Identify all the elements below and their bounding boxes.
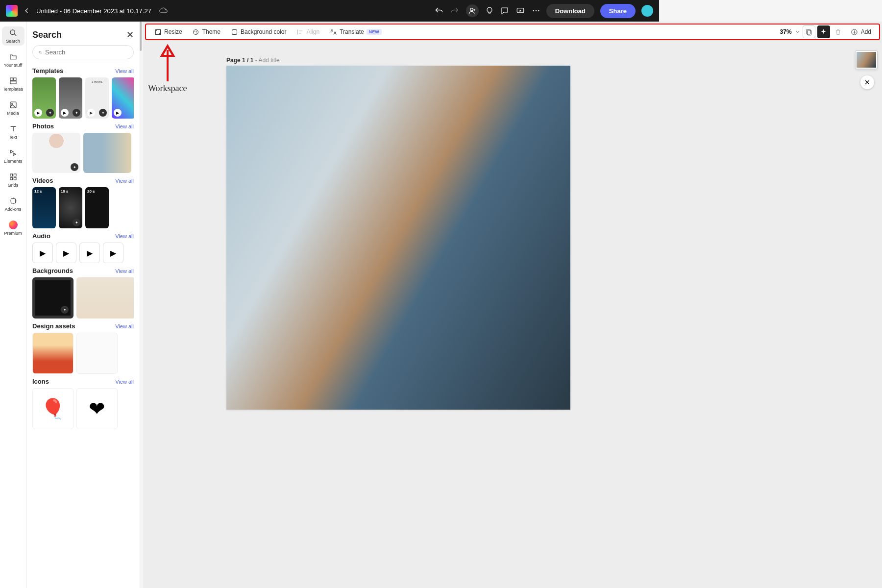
- comment-button[interactable]: [500, 6, 509, 15]
- back-button[interactable]: [24, 7, 30, 14]
- viewall-photos[interactable]: View all: [115, 123, 134, 129]
- rail-grids[interactable]: Grids: [2, 171, 24, 190]
- svg-point-0: [470, 8, 473, 11]
- icon-thumb[interactable]: 🎈: [32, 388, 74, 429]
- arrow-up-icon: [158, 43, 177, 82]
- video-thumb[interactable]: 20 s: [85, 187, 109, 228]
- hint-button[interactable]: [486, 6, 493, 15]
- audio-thumb[interactable]: ▶: [79, 243, 100, 263]
- svg-rect-6: [10, 78, 13, 80]
- left-rail: Search Your stuff Templates Media Text E…: [0, 22, 26, 439]
- play-icon: ▶: [110, 248, 116, 258]
- new-badge: NEW: [367, 29, 382, 35]
- audio-thumb[interactable]: ▶: [32, 243, 53, 263]
- viewall-icons[interactable]: View all: [115, 379, 134, 385]
- user-avatar[interactable]: [641, 5, 653, 17]
- topbar: Untitled - 06 December 2023 at 10.17.27 …: [0, 0, 659, 22]
- align-button: Align: [292, 26, 323, 38]
- play-icon: ▶: [114, 109, 122, 117]
- rail-search[interactable]: Search: [2, 26, 24, 46]
- grids-icon: [9, 172, 18, 181]
- background-thumb[interactable]: ✦: [32, 277, 74, 318]
- text-icon: [9, 124, 18, 133]
- panel-scrollbar[interactable]: [139, 22, 143, 439]
- svg-point-3: [536, 10, 537, 11]
- svg-rect-14: [14, 177, 16, 180]
- svg-point-20: [196, 30, 197, 31]
- rail-media[interactable]: Media: [2, 98, 24, 118]
- section-videos: Videos: [32, 177, 53, 184]
- document-title[interactable]: Untitled - 06 December 2023 at 10.17.27: [36, 7, 151, 15]
- viewall-videos[interactable]: View all: [115, 178, 134, 184]
- premium-badge-icon: ✦: [61, 306, 69, 314]
- rail-templates[interactable]: Templates: [2, 74, 24, 94]
- download-button[interactable]: Download: [546, 4, 594, 18]
- bgcolor-button[interactable]: Background color: [226, 26, 290, 38]
- rail-addons[interactable]: Add-ons: [2, 195, 24, 214]
- rail-your-stuff-label: Your stuff: [4, 63, 23, 68]
- rail-text[interactable]: Text: [2, 122, 24, 142]
- template-thumb[interactable]: 3 WAYS▶✦: [85, 77, 109, 119]
- canvas-area: Resize Theme Background color Align Tran…: [143, 22, 659, 439]
- audio-thumb[interactable]: ▶: [56, 243, 76, 263]
- translate-button[interactable]: Translate NEW: [325, 26, 386, 38]
- svg-point-2: [533, 10, 534, 11]
- background-thumb[interactable]: [76, 277, 134, 318]
- premium-badge-icon: ✦: [71, 163, 78, 171]
- viewall-design-assets[interactable]: View all: [115, 323, 134, 329]
- audio-thumb[interactable]: ▶: [103, 243, 123, 263]
- premium-badge-icon: ✦: [46, 109, 54, 117]
- bgcolor-icon: [230, 28, 238, 36]
- rail-media-label: Media: [7, 111, 19, 116]
- photo-thumb[interactable]: [83, 133, 131, 173]
- section-backgrounds: Backgrounds: [32, 267, 73, 274]
- premium-badge-icon: ✦: [99, 109, 107, 117]
- page-indicator[interactable]: Page 1 / 1 - Add title: [226, 57, 280, 64]
- search-icon: [39, 49, 42, 56]
- svg-rect-11: [10, 174, 13, 176]
- canvas-page[interactable]: [226, 66, 570, 410]
- translate-label: Translate: [340, 28, 364, 35]
- folder-icon: [9, 52, 18, 61]
- template-thumb[interactable]: ▶✦: [59, 77, 82, 119]
- section-icons: Icons: [32, 378, 49, 385]
- template-thumb[interactable]: ▶: [112, 77, 134, 119]
- more-button[interactable]: [532, 6, 540, 15]
- video-thumb[interactable]: 19 s✦: [59, 187, 82, 228]
- resize-button[interactable]: Resize: [150, 26, 186, 38]
- rail-your-stuff[interactable]: Your stuff: [2, 50, 24, 70]
- search-input[interactable]: [45, 49, 127, 56]
- play-icon: ▶: [87, 248, 93, 258]
- redo-button[interactable]: [450, 6, 459, 15]
- workspace-label: Workspace: [148, 83, 187, 94]
- template-thumb[interactable]: ▶✦: [32, 77, 56, 119]
- viewall-audio[interactable]: View all: [115, 233, 134, 239]
- search-icon: [9, 28, 18, 37]
- design-asset-thumb[interactable]: [32, 333, 74, 374]
- search-input-container[interactable]: [32, 45, 134, 59]
- video-thumb[interactable]: 12 s: [32, 187, 56, 228]
- play-icon: ▶: [40, 248, 46, 258]
- app-logo[interactable]: [6, 5, 18, 17]
- share-button[interactable]: Share: [600, 4, 636, 18]
- close-panel-button[interactable]: ✕: [126, 29, 134, 40]
- design-asset-thumb[interactable]: [76, 333, 118, 374]
- rail-premium-label: Premium: [4, 231, 22, 236]
- undo-button[interactable]: [435, 6, 443, 15]
- viewall-templates[interactable]: View all: [115, 68, 134, 74]
- rail-premium[interactable]: Premium: [2, 219, 24, 238]
- cloud-sync-icon: [159, 7, 168, 14]
- photo-thumb[interactable]: ✦: [32, 133, 80, 173]
- svg-rect-12: [14, 174, 16, 176]
- theme-label: Theme: [202, 28, 220, 35]
- premium-badge-icon: ✦: [73, 109, 80, 117]
- rail-grids-label: Grids: [8, 183, 19, 188]
- svg-rect-8: [10, 81, 16, 84]
- present-button[interactable]: [516, 6, 525, 15]
- icon-thumb[interactable]: ❤: [76, 388, 118, 429]
- rail-elements[interactable]: Elements: [2, 147, 24, 166]
- viewall-backgrounds[interactable]: View all: [115, 268, 134, 274]
- theme-button[interactable]: Theme: [188, 26, 224, 38]
- invite-button[interactable]: [466, 4, 479, 17]
- section-photos: Photos: [32, 122, 54, 130]
